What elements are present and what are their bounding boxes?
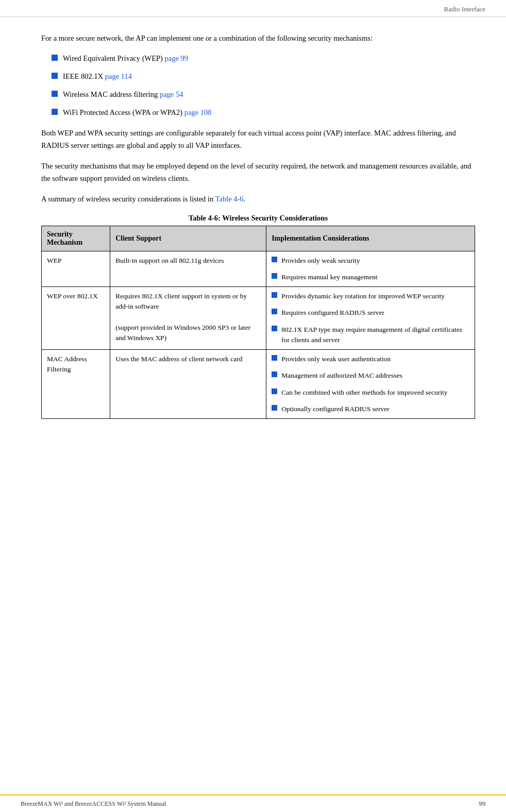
page-header: Radio Interface (0, 0, 506, 17)
wep-link[interactable]: page 99 (165, 54, 189, 62)
list-item: Wireless MAC address filtering page 54 (52, 89, 475, 99)
mechanism-cell: MAC Address Filtering (42, 350, 110, 419)
col-header-mechanism: Security Mechanism (42, 226, 110, 251)
intro-paragraph1: For a more secure network, the AP can im… (41, 32, 475, 45)
bullet-text: Wired Equivalent Privacy (WEP) page 99 (63, 54, 188, 63)
mac-link[interactable]: page 54 (160, 90, 183, 98)
consideration-item: Requires manual key management (272, 272, 469, 282)
security-table: Security Mechanism Client Support Implem… (41, 226, 475, 419)
bullet-icon (52, 73, 58, 79)
bullet-icon (52, 55, 58, 61)
footer-left: BreezeMAX Wi² and BreezeACCESS Wi² Syste… (21, 800, 166, 808)
bullet-icon (272, 273, 277, 279)
intro-paragraph3: The security mechanisms that may be empl… (41, 160, 475, 185)
table-row: WEP over 802.1X Requires 802.1X client s… (42, 287, 475, 350)
client-support-cell: Requires 802.1X client support in system… (110, 287, 266, 350)
bullet-icon (272, 257, 277, 262)
client-support-cell: Built-in support on all 802.11g devices (110, 251, 266, 287)
table-row: WEP Built-in support on all 802.11g devi… (42, 251, 475, 287)
mechanism-cell: WEP (42, 251, 110, 287)
list-item: WiFi Protected Access (WPA or WPA2) page… (52, 107, 475, 117)
bullet-icon (272, 405, 277, 411)
bullet-icon (52, 91, 58, 97)
footer-page-number: 99 (479, 800, 485, 808)
consideration-item: Can be combined with other methods for i… (272, 387, 469, 398)
main-content: For a more secure network, the AP can im… (0, 17, 506, 450)
table-row: MAC Address Filtering Uses the MAC addre… (42, 350, 475, 419)
col-header-client: Client Support (110, 226, 266, 251)
security-bullets: Wired Equivalent Privacy (WEP) page 99 I… (52, 53, 475, 117)
consideration-item: Provides only weak user authentication (272, 354, 469, 364)
bullet-icon (272, 326, 277, 331)
considerations-cell: Provides only weak security Requires man… (266, 251, 475, 287)
bullet-text: IEEE 802.1X page 114 (63, 72, 132, 81)
bullet-icon (272, 355, 277, 361)
intro-paragraph4: A summary of wireless security considera… (41, 193, 475, 206)
consideration-item: Optionally configured RADIUS server (272, 404, 469, 414)
consideration-item: 802.1X EAP type may require management o… (272, 325, 469, 346)
bullet-icon (52, 109, 58, 115)
client-support-cell: Uses the MAC address of client network c… (110, 350, 266, 419)
consideration-item: Management of authorized MAC addresses (272, 370, 469, 381)
header-title: Radio Interface (444, 5, 485, 13)
bullet-text: WiFi Protected Access (WPA or WPA2) page… (63, 108, 211, 117)
bullet-icon (272, 292, 277, 298)
bullet-text: Wireless MAC address filtering page 54 (63, 90, 183, 99)
bullet-icon (272, 309, 277, 314)
ieee-link[interactable]: page 114 (105, 72, 132, 80)
page-footer: BreezeMAX Wi² and BreezeACCESS Wi² Syste… (0, 794, 506, 812)
mechanism-cell: WEP over 802.1X (42, 287, 110, 350)
table-link[interactable]: Table 4-6 (215, 195, 244, 203)
list-item: Wired Equivalent Privacy (WEP) page 99 (52, 53, 475, 63)
bullet-icon (272, 371, 277, 377)
wpa-link[interactable]: page 108 (184, 108, 212, 116)
consideration-item: Provides only weak security (272, 256, 469, 266)
considerations-cell: Provides only weak user authentication M… (266, 350, 475, 419)
considerations-cell: Provides dynamic key rotation for improv… (266, 287, 475, 350)
list-item: IEEE 802.1X page 114 (52, 71, 475, 81)
intro-paragraph2: Both WEP and WPA security settings are c… (41, 127, 475, 152)
bullet-icon (272, 388, 277, 394)
col-header-impl: Implementation Considerations (266, 226, 475, 251)
consideration-item: Provides dynamic key rotation for improv… (272, 291, 469, 301)
table-caption: Table 4-6: Wireless Security Considerati… (41, 214, 475, 223)
consideration-item: Requires configured RADIUS server (272, 308, 469, 318)
